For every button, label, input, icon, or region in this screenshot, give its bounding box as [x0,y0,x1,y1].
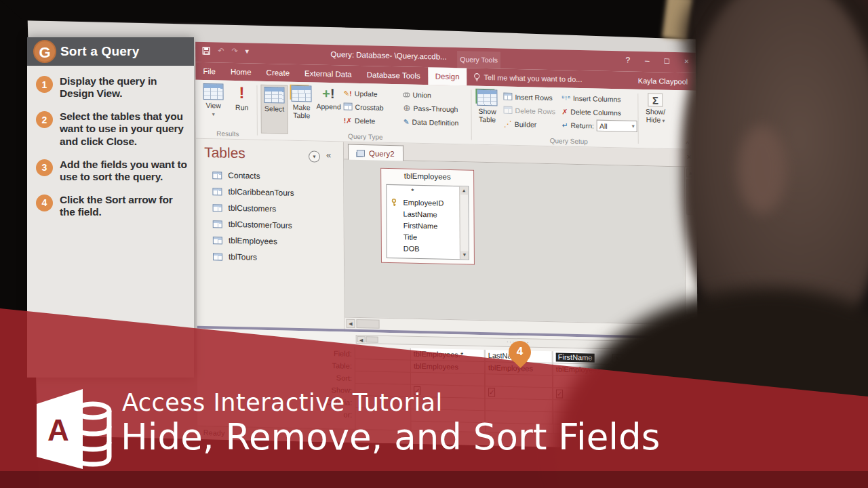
step-number-badge: 4 [36,195,53,211]
field-list-title: tblEmployees [381,171,473,182]
nav-item-contacts[interactable]: Contacts [212,170,260,181]
video-frame: ↶ ↷ ▾ Query: Database- \Query.accdb... Q… [0,0,868,488]
data-definition-icon: ✎ [403,117,410,125]
show-table-button[interactable]: ShowTable [473,89,500,124]
append-button[interactable]: +! Append [315,86,342,111]
insert-rows-icon [503,93,512,100]
nav-item-tblcaribbeantours[interactable]: tblCaribbeanTours [212,186,294,198]
table-icon [212,188,222,195]
scroll-thumb[interactable] [366,336,378,342]
group-label-query-setup: Query Setup [501,136,637,146]
union-query-button[interactable]: Union [403,87,431,101]
tutorial-step-4: 4 Click the Sort arrow for the field. [36,194,187,218]
data-definition-button[interactable]: ✎ Data Definition [403,115,459,129]
user-name[interactable]: Kayla Claypool [630,72,696,91]
divider [471,90,471,140]
view-button[interactable]: View▾ [199,83,226,118]
select-query-button[interactable]: Select [260,85,288,134]
nav-pane-title: Tables [204,144,245,161]
delete-rows-button: Delete Rows [503,104,555,118]
tutorial-steps: 1 Display the query in Design View. 2 Se… [27,75,194,218]
make-table-icon [291,85,311,102]
tab-file[interactable]: File [195,62,223,81]
insert-columns-button[interactable]: ᵘ↑ⁿ Insert Columns [561,91,620,105]
nav-item-tbltours[interactable]: tblTours [213,251,257,262]
tab-home[interactable]: Home [223,63,259,81]
tab-design[interactable]: Design [428,67,467,85]
delete-columns-button[interactable]: ✗ Delete Columns [561,104,621,119]
run-icon: ! [228,84,255,102]
tutorial-panel-header: G Sort a Query [27,37,194,66]
return-combobox[interactable]: All ▾ [597,120,637,132]
delete-query-button[interactable]: !✗ Delete [344,113,376,127]
scroll-thumb[interactable] [357,319,380,329]
builder-icon: ⋰ [504,119,512,128]
quick-access-toolbar: ↶ ↷ ▾ [202,46,249,56]
step-number-badge: 3 [36,159,53,176]
field-item-dob[interactable]: DOB [387,243,469,256]
view-icon [203,83,223,100]
field-list-box: * EmployeeID LastName FirstName Title DO… [386,184,469,260]
pass-through-button[interactable]: ⊕ Pass-Through [403,101,458,115]
window-title: Query: Database- \Query.accdb... [324,50,453,61]
pass-through-icon: ⊕ [403,102,411,113]
view-dropdown-icon[interactable]: ▾ [212,111,215,117]
step-4-callout-badge: 4 [509,341,532,373]
field-list-tblemployees[interactable]: tblEmployees * EmployeeID LastName First… [380,168,475,265]
select-icon [264,87,284,104]
tutorial-step-2: 2 Select the tables that you want to use… [36,110,187,147]
tab-create[interactable]: Create [258,64,297,82]
maximize-button[interactable]: □ [665,56,669,66]
tab-query2[interactable]: Query2 [348,144,403,162]
title-banner: A Access Interactive Tutorial Hide, Remo… [0,366,868,488]
customguide-logo-icon: G [33,40,56,63]
query-icon [357,149,365,156]
return-icon: ↵ [562,121,568,129]
table-icon [213,253,222,260]
insert-rows-button[interactable]: Insert Rows [503,90,553,104]
table-icon [213,204,222,211]
return-setting: ↵ Return: All ▾ [562,118,637,132]
redo-icon[interactable]: ↷ [231,47,237,56]
divider [637,94,638,144]
update-query-button[interactable]: ✎! Update [343,86,377,100]
make-table-button[interactable]: MakeTable [288,85,315,120]
lightbulb-icon [474,73,481,81]
help-button[interactable]: ? [625,56,630,65]
scroll-down-icon[interactable]: ▼ [460,251,469,259]
scroll-left-icon[interactable]: ◀ [347,319,355,328]
qat-customize-icon[interactable]: ▾ [245,47,250,56]
delete-rows-icon [504,106,513,114]
delete-columns-icon: ✗ [561,107,568,115]
tab-external-data[interactable]: External Data [297,64,359,83]
tutorial-title: Sort a Query [60,44,139,59]
group-label-results: Results [200,129,256,138]
svg-text:A: A [47,413,69,447]
crosstab-icon [344,102,353,110]
step-number-badge: 2 [36,111,53,128]
builder-button[interactable]: ⋰ Builder [504,117,537,131]
nav-item-tblcustomers[interactable]: tblCustomers [213,203,277,214]
tutorial-step-3: 3 Add the fields you want to use to sort… [36,159,187,183]
save-icon[interactable] [202,46,210,54]
scroll-up-icon[interactable]: ▲ [460,186,468,195]
field-list-scrollbar[interactable]: ▲ ▼ [459,186,469,259]
nav-menu-icon[interactable]: ▾ [309,150,320,162]
shutter-close-icon[interactable]: « [326,150,331,160]
undo-icon[interactable]: ↶ [218,46,224,55]
crosstab-query-button[interactable]: Crosstab [344,100,384,113]
nav-item-tblcustomertours[interactable]: tblCustomerTours [213,219,292,230]
ribbon: View▾ ! Run Select MakeTable +! Appe [195,80,696,150]
combo-dropdown-icon[interactable]: ▾ [632,123,635,129]
scroll-left-icon[interactable]: ◀ [357,336,366,342]
access-logo-icon: A [23,384,114,474]
insert-columns-icon: ᵘ↑ⁿ [561,94,570,101]
show-hide-button[interactable]: Σ Show/ Hide ▾ [642,93,669,124]
tell-me-label: Tell me what you want to do... [484,73,583,83]
nav-item-tblemployees[interactable]: tblEmployees [213,235,277,246]
primary-key-icon [391,199,397,206]
tab-database-tools[interactable]: Database Tools [359,66,428,85]
run-button[interactable]: ! Run [228,84,255,113]
minimize-button[interactable]: – [645,56,650,65]
tell-me-box[interactable]: Tell me what you want to do... [467,68,589,88]
